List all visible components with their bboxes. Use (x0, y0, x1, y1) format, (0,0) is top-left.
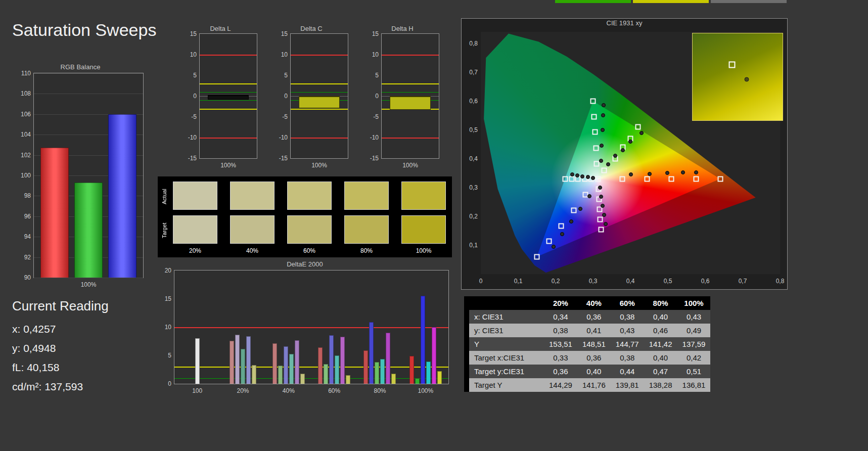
delta-bar (208, 95, 249, 100)
table-row: Target x:CIE310,330,360,380,400,42 (464, 351, 710, 365)
deltae-bar (195, 338, 200, 384)
table-stub (464, 351, 469, 365)
current-reading-title: Current Reading (12, 298, 109, 314)
table-cell: 0,42 (677, 351, 711, 365)
delta-h-chart: Delta H 100% 151050-5-10-15 (364, 24, 441, 171)
reading-line: y: 0,4948 (12, 339, 83, 358)
row-label: y: CIE31 (469, 324, 544, 337)
deltae-bar (340, 337, 345, 384)
target-swatch (344, 215, 389, 244)
gridline (34, 73, 143, 74)
x-axis-tick-label: 60% (311, 387, 357, 394)
measured-point-marker (560, 232, 564, 236)
measured-point-marker (694, 170, 698, 174)
y-axis-tick-label: 0,8 (465, 40, 478, 47)
saturation-level-label: 100% (401, 247, 446, 254)
y-axis-tick-label: 10 (363, 51, 379, 58)
column-header: 40% (577, 296, 611, 310)
table-cell: 141,42 (644, 337, 677, 351)
x-axis-tick-label: 0,3 (585, 278, 601, 285)
table-stub (464, 310, 469, 324)
inset-measured-dot (744, 77, 749, 82)
limit-line (200, 83, 257, 84)
y-axis-tick-label: 90 (16, 274, 31, 281)
y-axis-tick-label: 104 (16, 131, 31, 138)
y-axis-tick-label: 0 (181, 93, 197, 100)
deltae-bar (329, 335, 334, 384)
deltae-bar (335, 355, 339, 384)
target-square-marker (598, 227, 604, 233)
deltae-bar (421, 296, 425, 384)
deltae-bar (369, 322, 374, 384)
table-cell: 0,38 (611, 310, 644, 324)
rgb-balance-title: RGB Balance (15, 63, 146, 71)
table-cell: 0,36 (577, 351, 611, 365)
target-square-marker (668, 176, 674, 182)
inset-target-square (729, 61, 736, 68)
deltae-bar (235, 335, 240, 384)
target-square-marker (534, 254, 540, 259)
y-axis-tick-label: 15 (272, 30, 288, 37)
saturation-level-label: 60% (287, 247, 332, 254)
target-square-marker (571, 207, 576, 213)
measured-point-marker (586, 175, 590, 179)
deltae-plot: 2015105010020%40%60%80%100% (174, 270, 449, 384)
measured-point-marker (599, 195, 603, 199)
deltae-bar (318, 347, 323, 384)
saturation-level-label: 80% (344, 247, 389, 254)
deltae-bar (272, 343, 277, 384)
delta-l-chart: Delta L 100% 151050-5-10-15 (182, 24, 259, 171)
table-cell: 141,76 (577, 378, 611, 392)
table-cell: 0,47 (644, 365, 677, 378)
window-tab[interactable] (711, 0, 787, 3)
window-tab[interactable] (555, 0, 631, 3)
limit-line (382, 83, 439, 84)
y-axis-tick-label: -15 (181, 155, 197, 162)
y-axis-tick-label: 0,6 (465, 98, 478, 105)
saturation-level-label: 40% (230, 247, 275, 254)
measured-point-marker (606, 162, 610, 166)
target-square-marker (546, 238, 552, 244)
limit-line (291, 138, 348, 139)
y-axis-tick-label: 5 (181, 72, 197, 79)
reading-line: x: 0,4257 (12, 320, 83, 339)
target-square-marker (595, 176, 601, 182)
x-axis-label: 100% (382, 162, 439, 169)
actual-swatch (230, 182, 275, 210)
x-axis-tick-label: 0,4 (623, 278, 638, 285)
y-axis-tick-label: -10 (272, 134, 288, 141)
delta-h-plot: 100% 151050-5-10-15 (381, 33, 439, 159)
measured-point-marker (601, 204, 605, 208)
target-square-marker (594, 161, 600, 166)
table-cell: 137,59 (677, 337, 711, 351)
target-swatch-row (173, 215, 446, 244)
table-cell: 153,51 (544, 337, 577, 351)
table-cell: 144,29 (544, 378, 577, 392)
x-axis-tick-label: 0,1 (511, 278, 526, 285)
rgb-balance-chart: RGB Balance 100% 11010810610410210098969… (15, 63, 146, 291)
limit-line (291, 55, 348, 56)
table-stub (464, 296, 469, 310)
delta-bar (390, 96, 431, 110)
table-cell: 0,38 (611, 351, 644, 365)
limit-line (291, 83, 348, 84)
y-axis-tick-label: 15 (156, 295, 171, 302)
y-axis-tick-label: -15 (363, 155, 379, 162)
limit-line (382, 138, 439, 139)
target-swatch (401, 215, 446, 244)
table-cell: 0,40 (644, 351, 677, 365)
window-tab[interactable] (633, 0, 709, 3)
page-title: Saturation Sweeps (12, 20, 156, 40)
x-axis-tick-label: 0,8 (772, 278, 788, 285)
table-stub (464, 365, 469, 378)
target-square-marker (598, 217, 603, 222)
deltae-group (403, 270, 448, 384)
table-stub (464, 324, 469, 337)
row-label-header (469, 296, 544, 310)
target-square-marker (644, 176, 650, 182)
y-axis-tick-label: 92 (16, 254, 31, 261)
limit-line (291, 92, 348, 93)
deltae-group (357, 270, 402, 384)
gridline (34, 278, 143, 278)
measured-point-marker (665, 171, 669, 175)
